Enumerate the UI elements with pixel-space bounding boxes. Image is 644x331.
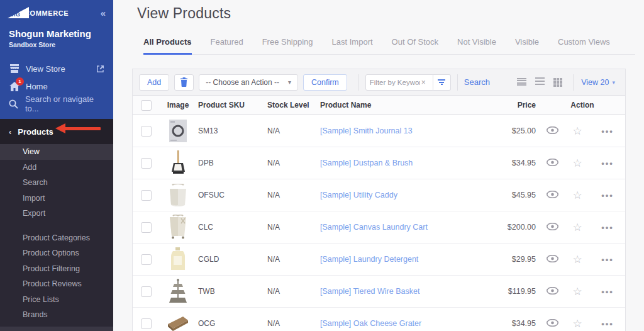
- ellipsis-icon: •••: [601, 255, 614, 264]
- delete-button[interactable]: [174, 74, 194, 91]
- tab-all-products[interactable]: All Products: [143, 37, 192, 55]
- search-icon: [9, 99, 19, 109]
- row-actions-button[interactable]: •••: [590, 319, 625, 328]
- sidebar-item-view[interactable]: View: [0, 144, 113, 160]
- clear-filter-icon[interactable]: ×: [421, 78, 426, 87]
- confirm-button[interactable]: Confirm: [303, 74, 347, 91]
- page-size-select[interactable]: View 20 ▾: [581, 78, 615, 87]
- row-checkbox[interactable]: [141, 286, 152, 297]
- keyword-filter-field[interactable]: ×: [365, 74, 433, 91]
- product-name-link[interactable]: [Sample] Smith Journal 13: [320, 126, 479, 135]
- search-link[interactable]: Search: [464, 77, 490, 87]
- main-content: View Products All ProductsFeaturedFree S…: [113, 0, 644, 331]
- logo-commerce-text: COMMERCE: [25, 9, 69, 17]
- filter-options-button[interactable]: [433, 74, 451, 91]
- sidebar-nav: View Store1HomeSearch or navigate to...: [0, 60, 113, 113]
- product-sku: SM13: [198, 126, 267, 135]
- product-name-link[interactable]: [Sample] Utility Caddy: [320, 191, 479, 199]
- keyword-filter-input[interactable]: [370, 79, 420, 86]
- detergent-thumbnail[interactable]: [158, 247, 198, 271]
- visibility-toggle[interactable]: [540, 222, 565, 233]
- tab-free-shipping[interactable]: Free Shipping: [262, 37, 313, 55]
- visibility-toggle[interactable]: [540, 286, 565, 297]
- row-actions-button[interactable]: •••: [590, 159, 625, 168]
- grater-thumbnail[interactable]: [158, 315, 198, 331]
- visibility-toggle[interactable]: [540, 254, 565, 265]
- visibility-toggle[interactable]: [540, 189, 565, 201]
- row-checkbox[interactable]: [141, 254, 152, 265]
- row-checkbox[interactable]: [141, 126, 152, 137]
- column-header-price: Price: [479, 101, 540, 109]
- sidebar-item-search-or-navigate-to[interactable]: Search or navigate to...: [0, 95, 113, 113]
- row-actions-button[interactable]: •••: [590, 126, 625, 136]
- collapse-sidebar-icon[interactable]: «: [101, 8, 106, 18]
- caddy-thumbnail[interactable]: [158, 184, 198, 206]
- feature-toggle[interactable]: ☆: [565, 190, 590, 201]
- ellipsis-icon: •••: [601, 126, 614, 136]
- grid-view-icon[interactable]: [553, 78, 562, 87]
- sidebar-item-product-categories[interactable]: Product Categories: [0, 230, 113, 246]
- row-actions-button[interactable]: •••: [590, 191, 625, 200]
- sidebar-item-add[interactable]: Add: [0, 160, 113, 176]
- sidebar-item-view-store[interactable]: View Store: [0, 60, 113, 77]
- column-header-name: Product Name: [320, 101, 479, 109]
- sidebar-item-home[interactable]: 1Home: [0, 77, 113, 95]
- cart-thumbnail[interactable]: [158, 215, 198, 240]
- tab-custom-views[interactable]: Custom Views: [558, 37, 610, 55]
- visibility-toggle[interactable]: [540, 125, 565, 137]
- toolbar-divider: [457, 74, 458, 91]
- row-actions-button[interactable]: •••: [590, 287, 625, 296]
- row-checkbox[interactable]: [141, 158, 152, 169]
- tab-not-visible[interactable]: Not Visible: [457, 37, 496, 55]
- add-button[interactable]: Add: [139, 74, 169, 91]
- select-all-checkbox[interactable]: [141, 100, 152, 111]
- table-row: CLCN/A[Sample] Canvas Laundry Cart$200.0…: [133, 211, 625, 244]
- sidebar-item-price-lists[interactable]: Price Lists: [0, 292, 113, 308]
- feature-toggle[interactable]: ☆: [565, 254, 590, 265]
- brush-thumbnail[interactable]: [158, 150, 198, 176]
- basket-thumbnail[interactable]: [158, 279, 198, 304]
- visibility-toggle[interactable]: [540, 318, 565, 329]
- journal-thumbnail[interactable]: [158, 119, 198, 143]
- row-actions-button[interactable]: •••: [590, 255, 625, 264]
- row-checkbox[interactable]: [141, 190, 152, 201]
- eye-icon: [547, 222, 558, 233]
- row-actions-button[interactable]: •••: [590, 223, 625, 232]
- sidebar-item-label: Product Filtering: [23, 264, 80, 273]
- chevron-left-icon: ‹: [9, 127, 11, 137]
- tab-visible[interactable]: Visible: [515, 37, 539, 55]
- sidebar-item-search[interactable]: Search: [0, 175, 113, 191]
- product-name-link[interactable]: [Sample] Tiered Wire Basket: [320, 287, 479, 296]
- tab-last-import[interactable]: Last Import: [332, 37, 373, 55]
- list-view-icon[interactable]: [535, 77, 545, 87]
- sidebar-item-export[interactable]: Export: [0, 206, 113, 222]
- dense-list-view-icon[interactable]: [517, 78, 526, 87]
- product-name-link[interactable]: [Sample] Canvas Laundry Cart: [320, 223, 479, 232]
- product-name-link[interactable]: [Sample] Dustpan & Brush: [320, 159, 479, 167]
- sidebar-item-product-reviews[interactable]: Product Reviews: [0, 276, 113, 292]
- star-icon: ☆: [572, 190, 582, 201]
- feature-toggle[interactable]: ☆: [565, 158, 590, 169]
- sidebar-item-product-options[interactable]: Product Options: [0, 245, 113, 261]
- tab-out-of-stock[interactable]: Out Of Stock: [392, 37, 438, 55]
- product-name-link[interactable]: [Sample] Laundry Detergent: [320, 255, 479, 264]
- visibility-toggle[interactable]: [540, 157, 565, 169]
- feature-toggle[interactable]: ☆: [565, 286, 590, 297]
- sidebar-item-products[interactable]: ‹ Products: [0, 119, 113, 144]
- sidebar-item-product-filtering[interactable]: Product Filtering: [0, 261, 113, 277]
- feature-toggle[interactable]: ☆: [565, 222, 590, 233]
- sidebar-item-import[interactable]: Import: [0, 191, 113, 206]
- sidebar-item-label: Brands: [23, 310, 48, 319]
- product-price: $25.00: [479, 126, 540, 135]
- feature-toggle[interactable]: ☆: [565, 318, 590, 329]
- view-mode-switcher: [513, 77, 567, 87]
- sidebar-item-brands[interactable]: Brands: [0, 307, 113, 323]
- bulk-action-select[interactable]: -- Choose an Action -- ▾: [199, 74, 298, 91]
- sidebar-item-label: View Store: [26, 64, 65, 74]
- tab-featured[interactable]: Featured: [211, 37, 243, 55]
- feature-toggle[interactable]: ☆: [565, 126, 590, 137]
- sidebar-item-label: Import: [23, 194, 45, 203]
- row-checkbox[interactable]: [141, 318, 152, 329]
- product-name-link[interactable]: [Sample] Oak Cheese Grater: [320, 319, 479, 328]
- row-checkbox[interactable]: [141, 222, 152, 233]
